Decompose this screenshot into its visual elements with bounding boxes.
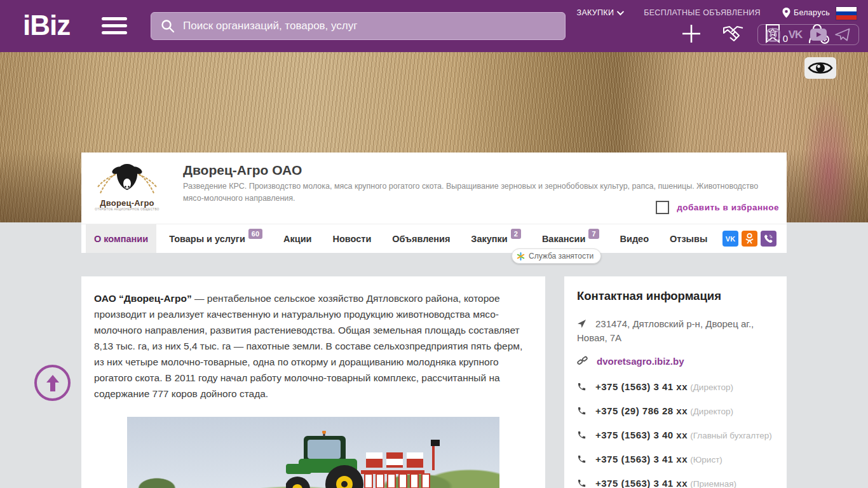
contact-title: Контактная информация	[577, 289, 774, 303]
vk-icon[interactable]: VK	[722, 231, 738, 247]
odnoklassniki-icon[interactable]	[742, 231, 757, 247]
ibiz-logo[interactable]: iBiz	[23, 9, 70, 42]
header-social-links: VK	[757, 24, 859, 45]
vacancies-count-badge: 7	[588, 229, 599, 239]
favorite-checkbox[interactable]	[656, 201, 669, 214]
about-lead: ОАО “Дворец-Агро”	[94, 293, 192, 304]
telegram-icon[interactable]	[835, 28, 850, 41]
search-bar[interactable]	[151, 12, 566, 40]
nav-zakupki[interactable]: ЗАКУПКИ	[577, 8, 623, 17]
youtube-icon[interactable]	[810, 29, 827, 41]
tab-ads[interactable]: Объявления	[384, 224, 458, 253]
cow-head	[111, 164, 144, 190]
tab-promotions[interactable]: Акции	[275, 224, 320, 253]
eye-icon	[808, 60, 833, 76]
tab-reviews[interactable]: Отзывы	[661, 224, 715, 253]
company-logo-title: Дворец-Агро	[94, 198, 160, 208]
top-nav: ЗАКУПКИ БЕСПЛАТНЫЕ ОБЪЯВЛЕНИЯ Беларусь	[577, 8, 830, 18]
tab-news[interactable]: Новости	[325, 224, 380, 253]
purchases-count-badge: 2	[511, 229, 521, 239]
company-logo-subtitle: ОТКРЫТОЕ АКЦИОНЕРНОЕ ОБЩЕСТВО	[94, 208, 160, 211]
accessibility-eye-button[interactable]	[804, 57, 836, 79]
company-social-links: VK	[722, 224, 787, 253]
employment-service-tooltip: Служба занятости	[512, 248, 601, 264]
nav-arrow-icon	[577, 319, 587, 329]
tab-about[interactable]: О компании	[86, 224, 156, 253]
search-input[interactable]	[183, 20, 556, 32]
company-name: Дворец-Агро ОАО	[183, 163, 302, 178]
website-link[interactable]: dvoretsagro.ibiz.by	[597, 356, 684, 367]
hamburger-menu-icon[interactable]	[102, 17, 127, 35]
phone-row: +375 (1563) 3 41 xx (Директор)	[577, 380, 774, 395]
address-row: 231474, Дятловский р-н, Дворец аг., Нова…	[577, 317, 774, 345]
company-card: Дворец-Агро ОТКРЫТОЕ АКЦИОНЕРНОЕ ОБЩЕСТВ…	[81, 152, 787, 253]
products-count-badge: 60	[248, 229, 262, 239]
phone-number[interactable]: +375 (29) 786 28 xx	[595, 405, 688, 416]
phone-row: +375 (1563) 3 41 xx (Юрист)	[577, 452, 774, 467]
phone-row: +375 (29) 786 28 xx (Директор)	[577, 404, 774, 419]
phone-number[interactable]: +375 (1563) 3 41 xx	[595, 478, 688, 488]
asterisk-service-icon	[517, 252, 525, 261]
top-header: iBiz ЗАКУПКИ БЕСПЛАТНЫЕ ОБЪЯВЛЕНИЯ Белар…	[0, 0, 868, 52]
search-icon	[160, 18, 175, 34]
tab-products[interactable]: Товары и услуги60	[161, 224, 271, 253]
link-chain-icon	[577, 355, 588, 366]
phone-icon	[577, 382, 587, 391]
vk-icon[interactable]: VK	[789, 29, 803, 41]
russia-flag-language[interactable]	[836, 7, 857, 20]
phone-number[interactable]: +375 (1563) 3 40 xx	[595, 430, 688, 440]
tractor-photo	[127, 417, 499, 488]
phone-row: +375 (1563) 3 40 xx (Главный бухгалтер)	[577, 428, 774, 443]
nav-country[interactable]: Беларусь	[782, 8, 830, 18]
instagram-icon[interactable]	[766, 28, 780, 42]
scroll-to-top-button[interactable]	[34, 365, 71, 401]
website-row: dvoretsagro.ibiz.by	[577, 355, 774, 369]
add-plus-icon[interactable]	[681, 23, 702, 44]
handshake-icon[interactable]	[721, 24, 745, 43]
contact-sidebar: Контактная информация 231474, Дятловский…	[564, 276, 787, 488]
add-to-favorites[interactable]: добавить в избранное	[656, 201, 779, 214]
about-text: ОАО “Дворец-Агро” — рентабельное сельско…	[94, 290, 532, 402]
phone-icon	[577, 406, 587, 416]
company-logo: Дворец-Агро ОТКРЫТОЕ АКЦИОНЕРНОЕ ОБЩЕСТВ…	[94, 161, 160, 227]
address-text: 231474, Дятловский р-н, Дворец аг., Нова…	[577, 318, 754, 343]
chevron-down-icon	[617, 8, 624, 15]
phone-icon	[577, 478, 587, 488]
location-pin-icon	[782, 8, 790, 18]
phone-icon	[577, 454, 587, 464]
tab-video[interactable]: Видео	[612, 224, 658, 253]
nav-free-ads[interactable]: БЕСПЛАТНЫЕ ОБЪЯВЛЕНИЯ	[644, 8, 761, 17]
arrow-up-icon	[44, 374, 61, 393]
company-tabs: О компании Товары и услуги60 Акции Новос…	[81, 224, 787, 253]
phone-number[interactable]: +375 (1563) 3 41 xx	[595, 454, 688, 464]
about-section: ОАО “Дворец-Агро” — рентабельное сельско…	[81, 276, 545, 488]
viber-icon[interactable]	[761, 231, 776, 247]
favorite-label: добавить в избранное	[677, 203, 779, 212]
phone-row: +375 (1563) 3 41 xx (Приемная)	[577, 477, 774, 488]
phone-number[interactable]: +375 (1563) 3 41 xx	[595, 381, 688, 392]
phone-icon	[577, 430, 587, 440]
